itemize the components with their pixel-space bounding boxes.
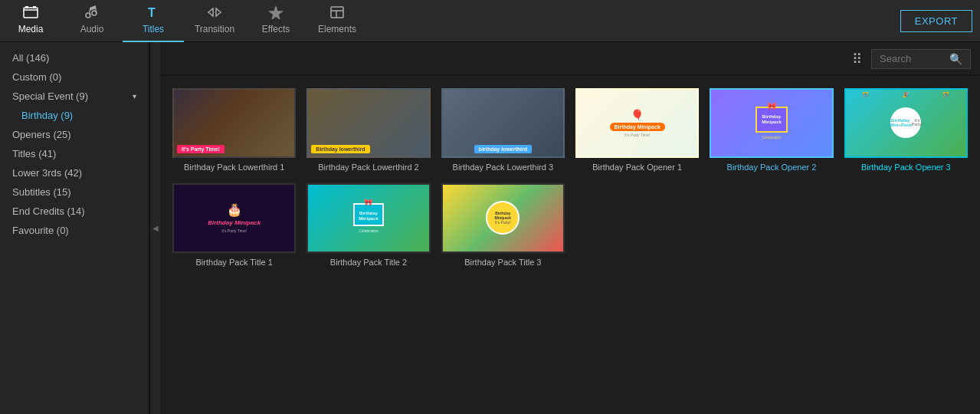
item-label-lt1: Birthday Pack Lowerthird 1: [172, 162, 296, 172]
search-icon[interactable]: 🔍: [949, 53, 962, 65]
thumbnail-lt1[interactable]: It's Party Time!: [172, 88, 296, 158]
list-item[interactable]: birthday lowerthird Birthday Pack Lowert…: [441, 88, 565, 172]
svg-rect-0: [24, 8, 38, 18]
sidebar-item-all[interactable]: All (146): [0, 48, 149, 67]
item-label-lt2: Birthday Pack Lowerthird 2: [306, 162, 430, 172]
main-area: All (146) Custom (0) Special Event (9) ▾…: [0, 42, 980, 414]
list-item[interactable]: It's Party Time! Birthday Pack Lowerthir…: [172, 88, 296, 172]
item-label-lt3: Birthday Pack Lowerthird 3: [441, 162, 565, 172]
item-label-op3: Birthday Pack Opener 3: [844, 162, 968, 172]
thumbnail-lt3[interactable]: birthday lowerthird: [441, 88, 565, 158]
toolbar-item-titles[interactable]: T Titles: [123, 0, 184, 42]
thumbnail-lt2[interactable]: Birthday lowerthird: [306, 88, 430, 158]
thumbnail-op1[interactable]: 🎈 Birthday Minipack It's Party Time!: [575, 88, 699, 158]
items-grid: It's Party Time! Birthday Pack Lowerthir…: [172, 88, 968, 268]
sidebar-item-lower3rds[interactable]: Lower 3rds (42): [0, 163, 149, 182]
elements-icon: [329, 5, 345, 21]
titles-icon: T: [146, 5, 160, 21]
sidebar-item-birthday[interactable]: Birthday (9): [0, 106, 149, 125]
sidebar-item-openers[interactable]: Openers (25): [0, 125, 149, 144]
toolbar-item-media[interactable]: Media: [0, 0, 61, 42]
elements-label: Elements: [318, 24, 356, 34]
media-label: Media: [18, 24, 44, 34]
titles-label: Titles: [143, 24, 164, 34]
thumbnail-t3[interactable]: BirthdayMinipackIt's Party!: [441, 183, 565, 253]
item-label-op1: Birthday Pack Opener 1: [575, 162, 699, 172]
sidebar-item-titles[interactable]: Titles (41): [0, 144, 149, 163]
sidebar-item-endcredits[interactable]: End Credits (14): [0, 202, 149, 221]
list-item[interactable]: 🎂 Birthday Minipack It's Party Time! Bir…: [172, 183, 296, 268]
toolbar-item-elements[interactable]: Elements: [306, 0, 368, 42]
effects-icon: [268, 5, 284, 21]
audio-label: Audio: [80, 24, 104, 34]
chevron-down-icon: ▾: [133, 92, 136, 100]
item-label-t1: Birthday Pack Title 1: [172, 257, 296, 268]
list-item[interactable]: 🎈 Birthday Minipack It's Party Time! Bir…: [575, 88, 699, 172]
toolbar-item-transition[interactable]: Transition: [184, 0, 245, 42]
content-area: ⠿ 🔍 It's Party Time! Birthday Pack Lower…: [160, 42, 980, 414]
effects-label: Effects: [262, 24, 290, 34]
thumbnail-t2[interactable]: 🎀 BirthdayMinipack Celebration: [306, 183, 430, 253]
item-label-t3: Birthday Pack Title 3: [441, 257, 565, 268]
grid-view-button[interactable]: ⠿: [849, 48, 865, 71]
thumbnail-op3[interactable]: 🎊🎉🎊 BirthdayMini+PackIt's Party!: [844, 88, 968, 158]
export-button[interactable]: EXPORT: [900, 10, 972, 32]
sidebar-item-favourite[interactable]: Favourite (0): [0, 221, 149, 240]
search-input[interactable]: [880, 53, 945, 64]
list-item[interactable]: 🎀 BirthdayMinipack Celebration Birthday …: [710, 88, 833, 172]
toolbar-item-audio[interactable]: Audio: [61, 0, 123, 42]
content-toolbar: ⠿ 🔍: [160, 42, 980, 76]
svg-rect-9: [331, 7, 343, 18]
sidebar-item-custom[interactable]: Custom (0): [0, 67, 149, 87]
thumbnail-t1[interactable]: 🎂 Birthday Minipack It's Party Time!: [172, 183, 296, 253]
toolbar-item-effects[interactable]: Effects: [245, 0, 306, 42]
svg-rect-2: [33, 6, 36, 8]
sidebar-collapse-toggle[interactable]: ◀: [149, 42, 160, 414]
item-label-t2: Birthday Pack Title 2: [306, 257, 430, 268]
list-item[interactable]: BirthdayMinipackIt's Party! Birthday Pac…: [441, 183, 565, 268]
sidebar-item-special-event[interactable]: Special Event (9) ▾: [0, 87, 149, 106]
sidebar-item-subtitles[interactable]: Subtitles (15): [0, 182, 149, 202]
list-item[interactable]: 🎊🎉🎊 BirthdayMini+PackIt's Party! Birthda…: [844, 88, 968, 172]
audio-icon: [85, 5, 99, 21]
transition-icon: [207, 5, 222, 21]
list-item[interactable]: 🎀 BirthdayMinipack Celebration Birthday …: [306, 183, 430, 268]
svg-text:T: T: [148, 6, 156, 19]
grid-area: It's Party Time! Birthday Pack Lowerthir…: [160, 76, 980, 414]
sidebar: All (146) Custom (0) Special Event (9) ▾…: [0, 42, 149, 414]
media-icon: [23, 5, 38, 21]
search-box: 🔍: [871, 49, 971, 69]
item-label-op2: Birthday Pack Opener 2: [710, 162, 833, 172]
thumbnail-op2[interactable]: 🎀 BirthdayMinipack Celebration: [710, 88, 833, 158]
svg-rect-1: [25, 6, 28, 8]
main-toolbar: Media Audio T Titles: [0, 0, 980, 42]
transition-label: Transition: [195, 24, 234, 34]
list-item[interactable]: Birthday lowerthird Birthday Pack Lowert…: [306, 88, 430, 172]
special-event-label: Special Event (9): [12, 90, 88, 102]
